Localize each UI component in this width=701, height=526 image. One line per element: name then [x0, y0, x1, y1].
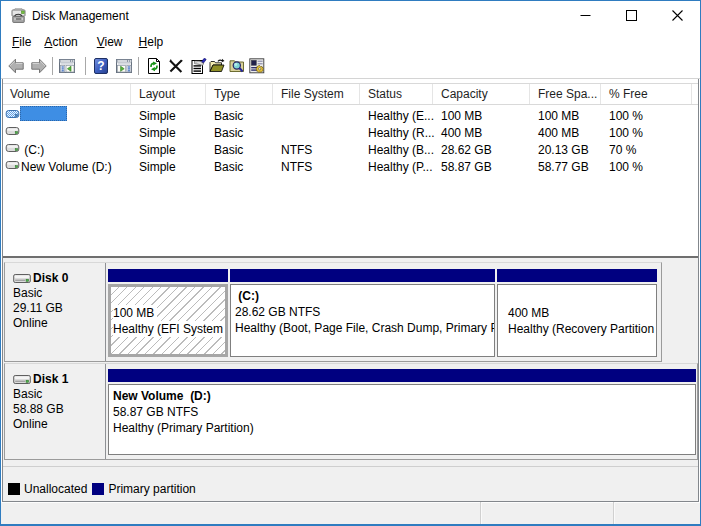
show-action-pane-icon[interactable] [116, 58, 132, 74]
svg-text:?: ? [97, 59, 104, 73]
cell-type: Basic [206, 143, 273, 157]
disk-1-label[interactable]: Disk 1 Basic 58.88 GB Online [5, 364, 106, 459]
disk-1-status: Online [13, 417, 105, 432]
selected-volume-highlight [20, 106, 67, 121]
volume-row-3[interactable]: New Volume (D:)SimpleBasicNTFSHealthy (P… [3, 156, 698, 173]
partition-efi[interactable]: 100 MB Healthy (EFI System [108, 269, 228, 357]
cell-free-space: 20.13 GB [530, 143, 601, 157]
volume-name: (C:) [21, 143, 44, 157]
disk-0-size: 29.11 GB [13, 301, 105, 316]
disk-1-kind: Basic [13, 387, 105, 402]
disk-1-size: 58.88 GB [13, 402, 105, 417]
partition-status: Healthy (EFI System [113, 321, 226, 337]
column-header-status[interactable]: Status [360, 84, 433, 104]
properties-icon[interactable] [191, 58, 207, 74]
volume-icon [5, 123, 21, 139]
maximize-button[interactable] [608, 1, 654, 30]
partition-d[interactable]: New Volume (D:) 58.87 GB NTFS Healthy (P… [108, 369, 696, 455]
cell-pct-free: 100 % [601, 160, 692, 174]
menu-file[interactable]: File [12, 32, 31, 52]
explore-icon[interactable] [229, 58, 245, 74]
show-console-tree-icon[interactable] [59, 58, 75, 74]
cell-capacity: 28.62 GB [433, 143, 530, 157]
cell-pct-free: 100 % [601, 109, 692, 123]
partition-color-band [497, 269, 657, 282]
primary-partition-swatch [92, 483, 104, 495]
back-button-icon[interactable] [8, 58, 24, 74]
partition-color-band [108, 369, 696, 382]
primary-partition-label: Primary partition [108, 482, 195, 496]
partition-size: 100 MB [113, 305, 157, 321]
partition-status: Healthy (Boot, Page File, Crash Dump, Pr… [235, 320, 494, 336]
menu-help[interactable]: Help [139, 32, 164, 52]
menu-action[interactable]: Action [44, 32, 77, 52]
column-header-pct-free[interactable]: % Free [601, 84, 692, 104]
cell-type: Basic [206, 160, 273, 174]
volume-row-1[interactable]: SimpleBasicHealthy (R...400 MB400 MB100 … [3, 122, 698, 139]
cell-status: Healthy (B... [360, 143, 433, 157]
column-header-layout[interactable]: Layout [131, 84, 206, 104]
column-header-capacity[interactable]: Capacity [433, 84, 530, 104]
partition-color-band [108, 269, 228, 282]
disk-0-name: Disk 0 [33, 271, 68, 286]
cell-free-space: 400 MB [530, 126, 601, 140]
help-icon[interactable]: ? [93, 58, 109, 74]
column-header-free-space[interactable]: Free Spa... [530, 84, 601, 104]
disk-row-0: Disk 0 Basic 29.11 GB Online 100 MB Heal… [4, 262, 662, 362]
volume-icon [5, 140, 21, 156]
volume-icon-selected [5, 106, 21, 122]
cell-free-space: 58.77 GB [530, 160, 601, 174]
window-title: Disk Management [32, 9, 129, 23]
partition-color-band [230, 269, 495, 282]
volume-row-0[interactable]: SimpleBasicHealthy (E...100 MB100 MB100 … [3, 105, 698, 122]
legend-bar: Unallocated Primary partition [3, 466, 698, 502]
partition-title: (C:) [235, 289, 259, 303]
forward-button-icon[interactable] [31, 58, 47, 74]
partition-box-selected: 100 MB Healthy (EFI System [108, 284, 228, 357]
menubar: File Action View Help [1, 30, 700, 53]
toolbar-separator [52, 57, 53, 75]
cell-file-system: NTFS [273, 160, 360, 174]
cell-capacity: 100 MB [433, 109, 530, 123]
partition-size: 58.87 GB NTFS [113, 404, 695, 420]
partition-size: 28.62 GB NTFS [235, 304, 494, 320]
column-header-filler [692, 84, 698, 104]
partition-recovery[interactable]: 400 MB Healthy (Recovery Partition [497, 269, 657, 357]
cell-type: Basic [206, 126, 273, 140]
volume-row-2[interactable]: (C:)SimpleBasicNTFSHealthy (B...28.62 GB… [3, 139, 698, 156]
disk-icon [13, 272, 33, 285]
column-header-type[interactable]: Type [206, 84, 273, 104]
unallocated-swatch [8, 483, 20, 495]
settings-icon[interactable] [249, 58, 265, 74]
cell-pct-free: 100 % [601, 126, 692, 140]
cell-status: Healthy (E... [360, 109, 433, 123]
minimize-button[interactable] [562, 1, 608, 30]
status-segment-3 [613, 502, 700, 524]
disk-0-status: Online [13, 316, 105, 331]
delete-icon[interactable] [168, 58, 184, 74]
disk-management-window: Disk Management File Action View Help [0, 0, 701, 526]
column-header-volume[interactable]: Volume [3, 84, 131, 104]
partition-status: Healthy (Primary Partition) [113, 420, 695, 436]
disk-0-label[interactable]: Disk 0 Basic 29.11 GB Online [5, 263, 106, 361]
refresh-icon[interactable] [146, 58, 162, 74]
cell-pct-free: 70 % [601, 143, 692, 157]
app-icon [10, 7, 27, 24]
menu-view[interactable]: View [97, 32, 123, 52]
cell-file-system: NTFS [273, 143, 360, 157]
disk-0-kind: Basic [13, 286, 105, 301]
list-empty-area [3, 173, 698, 256]
partition-c[interactable]: (C:) 28.62 GB NTFS Healthy (Boot, Page F… [230, 269, 495, 357]
view-area: Volume Layout Type File System Status Ca… [2, 79, 699, 502]
column-header-file-system[interactable]: File System [273, 84, 360, 104]
cell-type: Basic [206, 109, 273, 123]
volume-list-header: Volume Layout Type File System Status Ca… [3, 83, 698, 105]
open-folder-icon[interactable] [209, 58, 225, 74]
close-button[interactable] [654, 1, 700, 30]
status-segment-2 [480, 502, 613, 524]
partition-status: Healthy (Recovery Partition [508, 321, 656, 337]
maximize-icon [626, 10, 637, 21]
toolbar-separator [138, 57, 139, 75]
unallocated-label: Unallocated [24, 482, 87, 496]
titlebar[interactable]: Disk Management [1, 1, 700, 30]
